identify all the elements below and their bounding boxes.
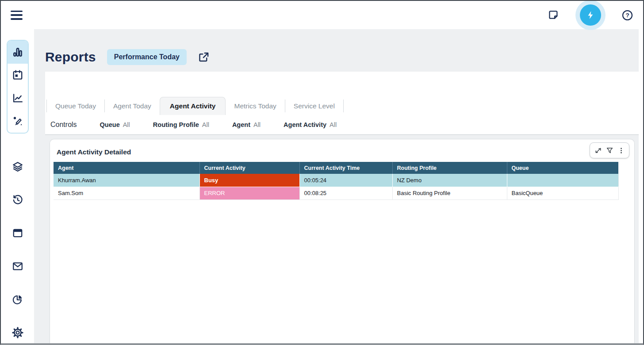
- cell-current-activity-time: 00:08:25: [299, 187, 392, 199]
- column-header-current-activity[interactable]: Current Activity: [199, 162, 299, 174]
- cell-routing-profile: NZ Demo: [392, 174, 507, 187]
- cell-queue: BasicQueue: [507, 187, 618, 199]
- sidebar-item-reports[interactable]: [8, 41, 28, 64]
- cell-current-activity: ERROR: [199, 187, 299, 199]
- menu-icon[interactable]: [11, 11, 23, 20]
- agent-activity-table: Agent Current Activity Current Activity …: [54, 162, 619, 200]
- cell-current-activity-time: 00:05:24: [299, 174, 392, 187]
- line-chart-icon: [12, 92, 23, 104]
- report-widget-header: Queue Today Agent Today Agent Activity M…: [45, 72, 639, 135]
- sidebar-item-settings[interactable]: [12, 327, 23, 338]
- pie-chart-icon: [12, 294, 23, 305]
- mail-icon: [12, 261, 23, 272]
- table-row[interactable]: Khurram.Awan Busy 00:05:24 NZ Demo: [54, 174, 618, 187]
- controls-bar: Controls QueueAll Routing ProfileAll Age…: [45, 115, 639, 135]
- cell-queue: [507, 174, 618, 187]
- column-header-current-activity-time[interactable]: Current Activity Time: [299, 162, 392, 174]
- cell-agent: Sam.Som: [54, 187, 199, 199]
- cell-routing-profile: Basic Routing Profile: [392, 187, 507, 199]
- bar-chart-icon: [12, 46, 23, 58]
- topbar-actions: ?: [548, 4, 633, 26]
- main-content: Reports Performance Today Queue Today Ag…: [34, 29, 639, 343]
- sidebar-secondary: [12, 161, 23, 338]
- card-toolbar: [590, 142, 629, 158]
- tab-service-level[interactable]: Service Level: [285, 97, 343, 115]
- page-title: Reports: [45, 50, 96, 65]
- sidebar-item-mail[interactable]: [12, 261, 23, 272]
- card-title: Agent Activity Detailed: [50, 139, 634, 162]
- table-row[interactable]: Sam.Som ERROR 00:08:25 Basic Routing Pro…: [54, 187, 618, 199]
- sidebar-item-browser[interactable]: [12, 227, 23, 239]
- sidebar-report-group: [7, 40, 29, 134]
- help-icon[interactable]: ?: [621, 9, 633, 21]
- layers-icon: [12, 161, 23, 172]
- cell-agent: Khurram.Awan: [54, 174, 199, 187]
- controls-label: Controls: [50, 121, 77, 129]
- report-type-badge[interactable]: Performance Today: [107, 49, 187, 65]
- cell-current-activity: Busy: [199, 174, 299, 187]
- tab-separator: [343, 100, 344, 112]
- notes-icon[interactable]: [548, 9, 560, 21]
- browser-window-icon: [12, 227, 23, 239]
- sidebar-item-metrics[interactable]: [8, 87, 28, 110]
- tab-agent-activity[interactable]: Agent Activity: [160, 97, 226, 115]
- history-icon: [12, 194, 23, 206]
- column-header-routing-profile[interactable]: Routing Profile: [392, 162, 507, 174]
- tab-agent-today[interactable]: Agent Today: [105, 97, 160, 115]
- sidebar-item-layers[interactable]: [12, 161, 23, 172]
- report-tabs: Queue Today Agent Today Agent Activity M…: [45, 97, 639, 115]
- flash-icon[interactable]: [580, 4, 601, 26]
- brush-icon: [12, 115, 23, 127]
- sidebar-item-analytics[interactable]: [12, 294, 23, 305]
- kebab-menu-icon[interactable]: [615, 144, 627, 157]
- filter-routing-profile[interactable]: Routing ProfileAll: [153, 121, 209, 128]
- calendar-icon: [12, 69, 23, 81]
- open-external-icon[interactable]: [198, 51, 210, 63]
- sidebar-item-calendar[interactable]: [8, 64, 28, 87]
- table-header-row: Agent Current Activity Current Activity …: [54, 162, 618, 174]
- filter-agent[interactable]: AgentAll: [232, 121, 261, 128]
- agent-activity-card: Agent Activity Detailed Agent Current Ac…: [50, 139, 635, 343]
- svg-text:?: ?: [625, 12, 629, 19]
- page-header: Reports Performance Today: [34, 29, 639, 72]
- expand-icon[interactable]: [592, 144, 604, 157]
- sidebar: [1, 29, 34, 343]
- filter-agent-activity[interactable]: Agent ActivityAll: [284, 121, 337, 128]
- topbar: ?: [1, 1, 643, 29]
- tab-metrics-today[interactable]: Metrics Today: [226, 97, 284, 115]
- sidebar-item-history[interactable]: [12, 194, 23, 206]
- filter-queue[interactable]: QueueAll: [100, 121, 130, 128]
- column-header-queue[interactable]: Queue: [507, 162, 618, 174]
- sidebar-item-design[interactable]: [8, 110, 28, 133]
- gear-icon: [12, 327, 23, 338]
- filter-icon[interactable]: [604, 144, 615, 157]
- app-window: ?: [0, 0, 644, 345]
- tab-queue-today[interactable]: Queue Today: [47, 97, 104, 115]
- column-header-agent[interactable]: Agent: [54, 162, 199, 174]
